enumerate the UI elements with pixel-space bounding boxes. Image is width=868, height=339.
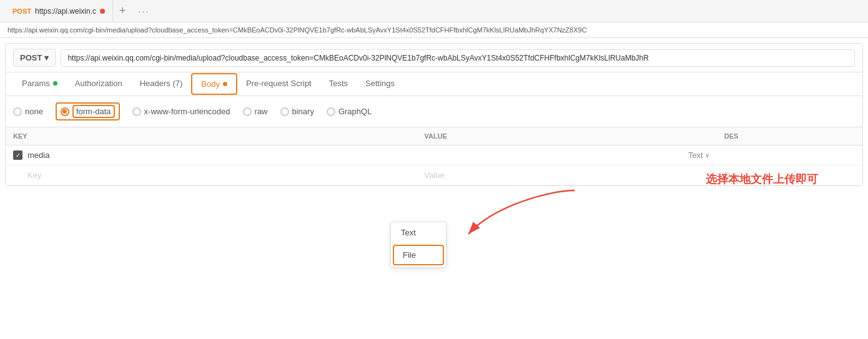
tabs-row: Params Authorization Headers (7) Body Pr… xyxy=(6,72,862,96)
key-cell-content: ✓ media xyxy=(13,150,410,160)
option-none[interactable]: none xyxy=(13,107,43,116)
tab-url-label: https://api.weixin.c xyxy=(35,7,96,16)
method-text: POST xyxy=(20,53,42,62)
option-binary-label: binary xyxy=(292,107,314,116)
dropdown-item-file[interactable]: File xyxy=(393,245,444,265)
full-url-bar: https://api.weixin.qq.com/cgi-bin/media/… xyxy=(0,22,868,38)
body-options-row: none form-data x-www-form-urlencoded raw… xyxy=(6,96,862,127)
new-row-key-cell: Key xyxy=(6,165,417,185)
radio-urlencoded xyxy=(132,107,141,116)
new-row-checkbox-placeholder xyxy=(13,170,22,180)
radio-binary xyxy=(280,107,289,116)
col-header-value: VALUE xyxy=(417,127,717,145)
option-binary[interactable]: binary xyxy=(280,107,314,116)
type-dropdown-popup: Text File xyxy=(390,222,446,268)
tab-body-label: Body xyxy=(201,79,220,89)
radio-form-data xyxy=(61,107,69,116)
option-urlencoded-label: x-www-form-urlencoded xyxy=(144,107,230,116)
new-row-value-placeholder: Value xyxy=(425,170,445,180)
option-graphql[interactable]: GraphQL xyxy=(327,107,372,116)
row-checkbox[interactable]: ✓ xyxy=(13,150,22,160)
text-type-label: Text xyxy=(688,150,703,160)
radio-graphql xyxy=(327,107,335,116)
option-none-label: none xyxy=(25,107,43,116)
tab-item-post[interactable]: POST https://api.weixin.c xyxy=(5,0,113,22)
tab-settings[interactable]: Settings xyxy=(357,72,403,96)
chevron-down-icon: ∨ xyxy=(705,152,709,159)
tab-bar: POST https://api.weixin.c + ··· xyxy=(0,0,868,22)
table-cell-key: ✓ media xyxy=(6,145,417,165)
tab-prerequest[interactable]: Pre-request Script xyxy=(237,72,320,96)
dropdown-item-text[interactable]: Text xyxy=(391,222,446,243)
radio-none xyxy=(13,107,22,116)
tab-params-dot xyxy=(53,81,57,86)
new-row-key-placeholder[interactable]: Key xyxy=(27,170,41,180)
table-cell-desc[interactable] xyxy=(717,145,862,165)
annotation-text: 选择本地文件上传即可 xyxy=(706,172,818,187)
method-chevron: ▾ xyxy=(44,53,49,62)
radio-form-data-inner xyxy=(62,109,67,114)
tab-tests[interactable]: Tests xyxy=(320,72,357,96)
table-cell-value: Text ∨ xyxy=(417,145,717,165)
tab-authorization-label: Authorization xyxy=(75,79,122,88)
tab-body-dot xyxy=(223,82,227,86)
option-raw-label: raw xyxy=(255,107,268,116)
tab-authorization[interactable]: Authorization xyxy=(66,72,131,96)
option-graphql-label: GraphQL xyxy=(338,107,372,116)
col-header-desc: DES xyxy=(717,127,862,145)
tab-settings-label: Settings xyxy=(365,79,395,88)
option-urlencoded[interactable]: x-www-form-urlencoded xyxy=(132,107,230,116)
request-row: POST ▾ https://api.weixin.qq.com/cgi-bin… xyxy=(6,44,862,72)
tab-params[interactable]: Params xyxy=(13,72,66,96)
method-select[interactable]: POST ▾ xyxy=(13,49,56,67)
annotation-label: 选择本地文件上传即可 xyxy=(706,173,818,185)
table-row: ✓ media Text ∨ xyxy=(6,145,862,165)
tab-prerequest-label: Pre-request Script xyxy=(246,79,312,88)
tab-dot xyxy=(100,9,105,14)
radio-raw xyxy=(243,107,252,116)
new-row-value-cell: Value xyxy=(417,165,717,185)
text-type-dropdown[interactable]: Text ∨ xyxy=(425,150,709,160)
option-raw[interactable]: raw xyxy=(243,107,268,116)
url-input[interactable]: https://api.weixin.qq.com/cgi-bin/media/… xyxy=(61,49,855,67)
tab-params-label: Params xyxy=(22,79,50,88)
tab-method-label: POST xyxy=(12,7,31,15)
option-form-data[interactable]: form-data xyxy=(56,102,120,120)
tab-tests-label: Tests xyxy=(329,79,348,88)
option-form-data-label: form-data xyxy=(72,105,115,118)
tab-headers-label: Headers (7) xyxy=(140,79,183,88)
key-value: media xyxy=(27,150,49,160)
main-panel: POST ▾ https://api.weixin.qq.com/cgi-bin… xyxy=(5,43,863,186)
col-header-key: KEY xyxy=(6,127,417,145)
annotation-arrow xyxy=(456,187,581,250)
page-wrapper: POST https://api.weixin.c + ··· https://… xyxy=(0,0,868,339)
tab-more-button[interactable]: ··· xyxy=(132,6,156,16)
full-url-text: https://api.weixin.qq.com/cgi-bin/media/… xyxy=(7,26,587,34)
tab-body[interactable]: Body xyxy=(191,73,237,95)
tab-headers[interactable]: Headers (7) xyxy=(131,72,192,96)
tab-add-button[interactable]: + xyxy=(113,4,132,17)
